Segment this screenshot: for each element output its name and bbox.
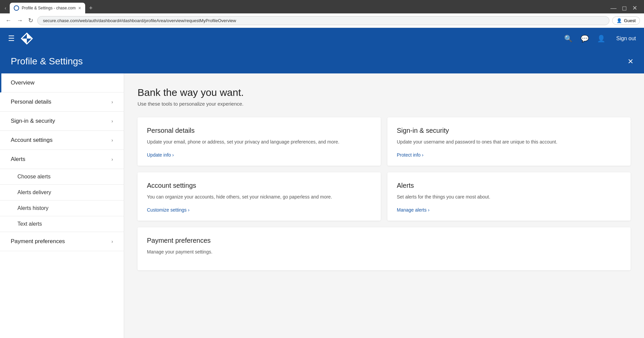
search-icon-button[interactable]: 🔍 — [564, 35, 573, 43]
active-tab[interactable]: Profile & Settings - chase.com × — [10, 3, 85, 13]
hamburger-menu-button[interactable]: ☰ — [8, 34, 15, 43]
sidebar-item-label: Personal details — [11, 99, 51, 105]
chevron-down-icon: › — [111, 157, 113, 162]
chevron-right-icon: › — [111, 137, 113, 143]
main-content: Overview Personal details › Sign-in & se… — [0, 73, 644, 338]
sidebar-subitem-choose-alerts[interactable]: Choose alerts — [0, 169, 124, 185]
close-window-button[interactable]: ✕ — [632, 4, 637, 12]
page-title: Profile & Settings — [11, 56, 628, 67]
sidebar-item-label: Payment preferences — [11, 238, 65, 245]
profile-panel-header: Profile & Settings × — [0, 49, 644, 73]
chevron-right-icon: › — [428, 207, 430, 213]
sidebar-subitem-text-alerts[interactable]: Text alerts — [0, 216, 124, 232]
new-tab-button[interactable]: + — [87, 3, 96, 13]
maximize-button[interactable]: ◻ — [622, 4, 627, 12]
card-title: Account settings — [147, 182, 371, 189]
cards-grid: Personal details Update your email, phon… — [138, 117, 631, 270]
forward-button[interactable]: → — [15, 16, 24, 25]
content-subheadline: Use these tools to personalize your expe… — [138, 101, 631, 107]
chevron-right-icon: › — [172, 152, 174, 158]
sidebar-subitem-label: Choose alerts — [17, 174, 51, 179]
content-headline: Bank the way you want. — [138, 87, 631, 98]
window-controls: — ◻ ✕ — [606, 4, 641, 12]
tab-bar: ‹ Profile & Settings - chase.com × + — ◻… — [0, 0, 644, 13]
sidebar-subitem-label: Text alerts — [17, 221, 42, 227]
header-icons: 🔍 💬 👤 Sign out — [564, 35, 636, 43]
update-info-link[interactable]: Update info › — [147, 152, 371, 158]
customize-settings-link[interactable]: Customize settings › — [147, 207, 371, 213]
card-desc: Set alerts for the things you care most … — [397, 193, 621, 201]
link-text: Protect info — [397, 152, 421, 158]
sidebar-item-label: Account settings — [11, 137, 53, 144]
link-text: Manage alerts — [397, 207, 427, 213]
message-icon-button[interactable]: 💬 — [581, 35, 589, 43]
svg-point-0 — [14, 6, 18, 10]
address-bar-row: ← → ↻ 👤 Guest — [0, 13, 644, 28]
payment-preferences-card: Payment preferences Manage your payment … — [138, 227, 631, 270]
tab-favicon — [14, 5, 19, 11]
signin-security-card: Sign-in & security Update your username … — [387, 117, 631, 166]
sidebar-item-payment-preferences[interactable]: Payment preferences › — [0, 232, 124, 251]
account-settings-card: Account settings You can organize your a… — [138, 172, 381, 221]
protect-info-link[interactable]: Protect info › — [397, 152, 621, 158]
address-input[interactable] — [37, 16, 609, 25]
alerts-card: Alerts Set alerts for the things you car… — [387, 172, 631, 221]
link-text: Update info — [147, 152, 171, 158]
sidebar-item-label: Overview — [11, 79, 35, 86]
card-desc: Manage your payment settings. — [147, 248, 621, 256]
card-desc: Update your email, phone or address, set… — [147, 138, 371, 146]
tab-title: Profile & Settings - chase.com — [22, 6, 76, 10]
sidebar-item-overview[interactable]: Overview — [0, 73, 124, 93]
card-title: Payment preferences — [147, 237, 621, 244]
card-desc: Update your username and password to one… — [397, 138, 621, 146]
content-area: Bank the way you want. Use these tools t… — [124, 73, 644, 338]
chevron-right-icon: › — [188, 207, 190, 213]
card-title: Sign-in & security — [397, 127, 621, 134]
user-icon: 👤 — [616, 18, 622, 23]
user-profile-button[interactable]: 👤 Guest — [612, 16, 640, 25]
back-button[interactable]: ← — [4, 16, 13, 25]
sidebar-item-label: Alerts — [11, 156, 25, 163]
sidebar-item-account-settings[interactable]: Account settings › — [0, 131, 124, 150]
personal-details-card: Personal details Update your email, phon… — [138, 117, 381, 166]
sign-out-button[interactable]: Sign out — [616, 36, 636, 42]
account-icon-button[interactable]: 👤 — [597, 35, 605, 43]
chevron-right-icon: › — [422, 152, 424, 158]
close-panel-button[interactable]: × — [628, 56, 633, 67]
sidebar-item-alerts[interactable]: Alerts › — [0, 150, 124, 169]
sidebar-subitem-label: Alerts delivery — [17, 189, 51, 195]
browser-chrome: ‹ Profile & Settings - chase.com × + — ◻… — [0, 0, 644, 28]
card-desc: You can organize your accounts, hide oth… — [147, 193, 371, 201]
tab-close-button[interactable]: × — [78, 5, 81, 11]
chevron-right-icon: › — [111, 239, 113, 244]
manage-alerts-link[interactable]: Manage alerts › — [397, 207, 621, 213]
user-label: Guest — [624, 18, 636, 23]
chase-header: ☰ 🔍 💬 👤 Sign out — [0, 28, 644, 49]
sidebar-subitem-alerts-delivery[interactable]: Alerts delivery — [0, 185, 124, 201]
card-title: Personal details — [147, 127, 371, 134]
tab-back-nav[interactable]: ‹ — [3, 4, 8, 12]
chase-logo — [20, 32, 34, 45]
reload-button[interactable]: ↻ — [27, 15, 35, 25]
sidebar-item-label: Sign-in & security — [11, 118, 55, 124]
chevron-right-icon: › — [111, 99, 113, 105]
link-text: Customize settings — [147, 207, 186, 213]
sidebar-item-personal-details[interactable]: Personal details › — [0, 93, 124, 112]
minimize-button[interactable]: — — [610, 4, 616, 12]
sidebar-subitem-label: Alerts history — [17, 205, 48, 211]
sidebar: Overview Personal details › Sign-in & se… — [0, 73, 124, 338]
chevron-right-icon: › — [111, 118, 113, 124]
card-title: Alerts — [397, 182, 621, 189]
sidebar-item-signin-security[interactable]: Sign-in & security › — [0, 112, 124, 131]
sidebar-subitem-alerts-history[interactable]: Alerts history — [0, 201, 124, 216]
